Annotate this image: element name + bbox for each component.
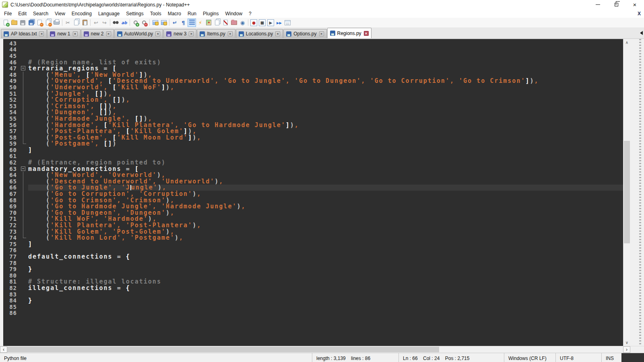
code-text[interactable]: ('Dungeon', []), bbox=[28, 109, 623, 116]
code-text[interactable]: ('Kill Golem', 'Post-Golem'), bbox=[28, 228, 623, 235]
code-text[interactable]: # (Region name, list of exits) bbox=[28, 59, 623, 66]
code-text[interactable]: # (Entrance, region pointed to) bbox=[28, 159, 623, 166]
file-monitoring-icon[interactable]: ◉ bbox=[238, 19, 247, 27]
fold-collapse-icon[interactable]: − bbox=[21, 66, 25, 70]
code-text[interactable]: ('Jungle', []), bbox=[28, 90, 623, 97]
tab-close-icon[interactable]: × bbox=[228, 31, 233, 36]
menu-macro[interactable]: Macro bbox=[165, 10, 184, 17]
project-panel-icon[interactable] bbox=[230, 19, 238, 27]
horizontal-scroll-thumb[interactable] bbox=[7, 347, 439, 352]
tab-options-py[interactable]: Options.py× bbox=[283, 29, 326, 38]
tab-close-icon[interactable]: × bbox=[319, 31, 324, 36]
menu-search[interactable]: Search bbox=[30, 10, 52, 17]
print-icon[interactable] bbox=[52, 19, 61, 27]
horizontal-scroll-track[interactable] bbox=[7, 346, 623, 353]
code-text[interactable] bbox=[28, 47, 623, 53]
zoom-out-icon[interactable]: − bbox=[140, 19, 148, 27]
code-text[interactable]: ('Underworld', ['Kill WoF']), bbox=[28, 84, 623, 90]
code-text[interactable]: ('Post-Golem', ['Kill Moon Lord']), bbox=[28, 134, 623, 141]
scroll-down-icon[interactable]: ∨ bbox=[623, 339, 630, 346]
sync-vertical-scrolling-icon[interactable] bbox=[151, 19, 159, 27]
menu-settings[interactable]: Settings bbox=[123, 10, 147, 17]
code-text[interactable]: ('Corruption', []), bbox=[28, 97, 623, 103]
document-list-icon[interactable] bbox=[213, 19, 221, 27]
docked-panel-grip[interactable] bbox=[639, 39, 641, 346]
scroll-right-icon[interactable]: › bbox=[623, 346, 630, 353]
code-text[interactable]: ('Overworld', ['Descend to Underworld', … bbox=[28, 78, 623, 84]
code-text[interactable]: ('Go to Hardmode Jungle', 'Hardmode Jung… bbox=[28, 203, 623, 210]
replace-icon[interactable]: ab bbox=[120, 19, 128, 27]
code-text[interactable] bbox=[28, 272, 623, 279]
menu-tools[interactable]: Tools bbox=[147, 10, 165, 17]
code-text[interactable]: ('Go to Corruption', 'Corruption'), bbox=[28, 191, 623, 197]
tab-scroll-left-icon[interactable] bbox=[640, 31, 643, 35]
redo-icon[interactable]: ↪ bbox=[100, 19, 109, 27]
tab-close-icon[interactable]: × bbox=[73, 31, 78, 36]
close-all-documents-icon[interactable]: − bbox=[44, 19, 52, 27]
tab-autoworld-py[interactable]: AutoWorld.py× bbox=[114, 29, 163, 38]
find-icon[interactable] bbox=[111, 19, 120, 27]
macro-play-icon[interactable]: ▶ bbox=[266, 19, 275, 27]
code-text[interactable]: ] bbox=[28, 147, 623, 153]
sync-horizontal-scrolling-icon[interactable] bbox=[159, 19, 168, 27]
code-text[interactable] bbox=[28, 247, 623, 254]
code-text[interactable]: ('Hardmode Jungle', []), bbox=[28, 115, 623, 122]
macro-stop-icon[interactable]: ■ bbox=[258, 19, 266, 27]
menu-edit[interactable]: Edit bbox=[15, 10, 30, 17]
menu-run[interactable]: Run bbox=[184, 10, 200, 17]
minimize-button[interactable] bbox=[588, 0, 607, 9]
menu-file[interactable]: File bbox=[1, 10, 15, 17]
menubar-close-icon[interactable]: X bbox=[638, 11, 641, 16]
zoom-in-icon[interactable]: + bbox=[131, 19, 140, 27]
code-text[interactable] bbox=[28, 153, 623, 160]
restore-button[interactable] bbox=[607, 0, 625, 9]
code-editor[interactable]: 43444546# (Region name, list of exits)47… bbox=[3, 38, 623, 346]
tab-close-icon[interactable]: × bbox=[364, 31, 369, 36]
code-text[interactable]: # Structure: illegal locations bbox=[28, 279, 623, 285]
tab-close-icon[interactable]: × bbox=[189, 31, 194, 36]
function-list-icon[interactable] bbox=[221, 19, 230, 27]
copy-icon[interactable] bbox=[72, 19, 80, 27]
code-text[interactable]: ('Postgame', []) bbox=[28, 141, 623, 147]
code-text[interactable]: ('Hardmode', ['Kill Plantera', 'Go to Ha… bbox=[28, 122, 623, 128]
save-all-icon[interactable] bbox=[27, 19, 35, 27]
menu-view[interactable]: View bbox=[52, 10, 68, 17]
code-text[interactable]: ] bbox=[28, 241, 623, 247]
code-text[interactable]: ('Kill Plantera', 'Post-Plantera'), bbox=[28, 222, 623, 228]
menu-window[interactable]: Window bbox=[222, 10, 246, 17]
tab-ap-ideas-txt[interactable]: AP Ideas.txt× bbox=[1, 29, 47, 38]
code-text[interactable]: ('Kill WoF', 'Hardmode'), bbox=[28, 216, 623, 222]
document-map-icon[interactable] bbox=[204, 19, 213, 27]
close-document-icon[interactable]: − bbox=[35, 19, 44, 27]
cut-icon[interactable]: ✂ bbox=[64, 19, 72, 27]
vertical-scrollbar[interactable]: ∧ ∨ bbox=[623, 38, 630, 346]
scroll-left-icon[interactable]: ‹ bbox=[0, 346, 7, 353]
code-text[interactable] bbox=[28, 260, 623, 266]
define-language-icon[interactable]: ⚡ bbox=[196, 19, 204, 27]
code-text[interactable] bbox=[28, 304, 623, 310]
undo-icon[interactable]: ↩ bbox=[92, 19, 100, 27]
tab-close-icon[interactable]: × bbox=[275, 31, 280, 36]
open-file-icon[interactable] bbox=[10, 19, 19, 27]
code-text[interactable]: terraria_regions = [ bbox=[28, 65, 623, 72]
menu-encoding[interactable]: Encoding bbox=[68, 10, 95, 17]
code-text[interactable]: } bbox=[28, 266, 623, 272]
menu-help[interactable]: ? bbox=[246, 10, 255, 17]
code-text[interactable]: illegal_connections = { bbox=[28, 285, 623, 291]
code-text[interactable]: ('Go to Jungle', 'Jungle'), bbox=[28, 185, 623, 191]
word-wrap-icon[interactable]: ↵ bbox=[171, 19, 179, 27]
code-text[interactable] bbox=[28, 40, 623, 47]
vertical-scroll-thumb[interactable] bbox=[624, 141, 630, 243]
tab-close-icon[interactable]: × bbox=[155, 31, 160, 36]
tab-new-1[interactable]: new 1× bbox=[47, 29, 80, 38]
scroll-up-icon[interactable]: ∧ bbox=[623, 39, 630, 46]
horizontal-scrollbar[interactable]: ‹ › bbox=[0, 346, 644, 353]
code-text[interactable]: ('Crimson', []), bbox=[28, 103, 623, 109]
code-text[interactable]: ('Post-Plantera', ['Kill Golem']), bbox=[28, 128, 623, 134]
tab-items-py[interactable]: Items.py× bbox=[197, 29, 235, 38]
new-file-icon[interactable]: + bbox=[2, 19, 10, 27]
code-text[interactable]: default_connections = { bbox=[28, 253, 623, 260]
menu-language[interactable]: Language bbox=[95, 10, 123, 17]
fold-collapse-icon[interactable]: − bbox=[21, 167, 25, 171]
code-text[interactable]: ('Go to Crimson', 'Crimson'), bbox=[28, 197, 623, 204]
